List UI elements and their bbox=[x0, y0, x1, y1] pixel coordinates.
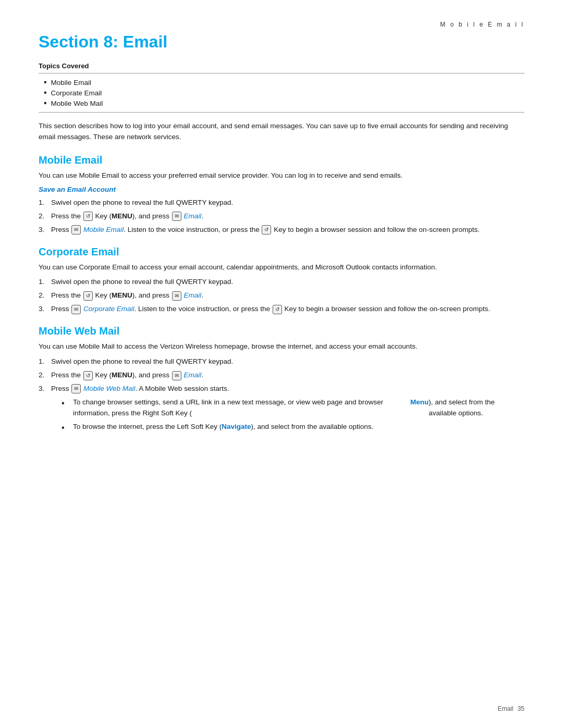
mobile-email-steps: 1. Swivel open the phone to reveal the f… bbox=[39, 198, 524, 236]
web-menu-key-icon: ↺ bbox=[83, 371, 93, 380]
topics-covered-block: Topics Covered Mobile Email Corporate Em… bbox=[39, 62, 524, 113]
key-icon-browser-1: ↺ bbox=[262, 225, 271, 235]
header-label: M o b i l e E m a i l bbox=[440, 21, 524, 28]
key-icon-browser-2: ↺ bbox=[273, 305, 282, 314]
mobile-web-mail-desc: You can use Mobile Mail to access the Ve… bbox=[39, 341, 524, 352]
web-mail-sub-bullets: To change browser settings, send a URL l… bbox=[51, 397, 524, 435]
corp-menu-key-icon: ↺ bbox=[83, 291, 93, 301]
topics-covered-label: Topics Covered bbox=[39, 62, 524, 70]
topic-item-1: Mobile Email bbox=[44, 78, 524, 87]
mobile-email-key-icon: ✉ bbox=[71, 225, 81, 235]
mobile-web-mail-steps: 1. Swivel open the phone to reveal the f… bbox=[39, 356, 524, 437]
web-mail-step-2: 2. Press the ↺ Key (MENU), and press ✉ E… bbox=[39, 370, 524, 381]
web-mail-step-3: 3. Press ✉ Mobile Web Mail. A Mobile Web… bbox=[39, 384, 524, 437]
mobile-web-mail-section: Mobile Web Mail You can use Mobile Mail … bbox=[39, 325, 524, 437]
corp-email-key-icon: ✉ bbox=[172, 291, 181, 301]
section-title: Section 8: Email bbox=[39, 32, 524, 52]
web-mail-step-1: 1. Swivel open the phone to reveal the f… bbox=[39, 356, 524, 367]
corporate-email-steps: 1. Swivel open the phone to reveal the f… bbox=[39, 277, 524, 315]
mobile-email-step-3: 3. Press ✉ Mobile Email. Listen to the v… bbox=[39, 225, 524, 236]
footer-label: Email bbox=[498, 705, 513, 712]
topic-item-2: Corporate Email bbox=[44, 88, 524, 97]
mobile-email-step-2: 2. Press the ↺ Key (MENU), and press ✉ E… bbox=[39, 211, 524, 222]
page-header-right: M o b i l e E m a i l bbox=[39, 21, 524, 28]
topics-divider-top bbox=[39, 73, 524, 73]
save-email-account-title: Save an Email Account bbox=[39, 186, 524, 193]
web-mail-sub-bullet-2: To browse the internet, press the Left S… bbox=[62, 422, 524, 435]
corporate-email-step-3: 3. Press ✉ Corporate Email. Listen to th… bbox=[39, 304, 524, 315]
corporate-email-desc: You can use Corporate Email to access yo… bbox=[39, 262, 524, 273]
corporate-email-step-2: 2. Press the ↺ Key (MENU), and press ✉ E… bbox=[39, 290, 524, 301]
web-mail-press-icon: ✉ bbox=[71, 384, 81, 393]
mobile-web-mail-title: Mobile Web Mail bbox=[39, 325, 524, 337]
web-mail-sub-bullet-1: To change browser settings, send a URL l… bbox=[62, 397, 524, 419]
mobile-email-section: Mobile Email You can use Mobile Email to… bbox=[39, 154, 524, 236]
mobile-email-title: Mobile Email bbox=[39, 154, 524, 166]
topics-divider-bottom bbox=[39, 112, 524, 113]
email-key-icon-1: ✉ bbox=[172, 212, 181, 221]
mobile-email-step-1: 1. Swivel open the phone to reveal the f… bbox=[39, 198, 524, 208]
web-email-key-icon: ✉ bbox=[172, 371, 181, 380]
corporate-email-title: Corporate Email bbox=[39, 246, 524, 258]
topic-item-3: Mobile Web Mail bbox=[44, 98, 524, 108]
corporate-email-section: Corporate Email You can use Corporate Em… bbox=[39, 246, 524, 315]
topics-list: Mobile Email Corporate Email Mobile Web … bbox=[39, 78, 524, 108]
page-footer: Email 35 bbox=[498, 705, 524, 712]
menu-key-icon: ↺ bbox=[83, 212, 93, 221]
corp-email-press-icon: ✉ bbox=[71, 305, 81, 314]
footer-page: 35 bbox=[518, 705, 524, 712]
corporate-email-step-1: 1. Swivel open the phone to reveal the f… bbox=[39, 277, 524, 288]
mobile-email-desc: You can use Mobile Email to access your … bbox=[39, 170, 524, 181]
intro-paragraph: This section describes how to log into y… bbox=[39, 121, 524, 143]
